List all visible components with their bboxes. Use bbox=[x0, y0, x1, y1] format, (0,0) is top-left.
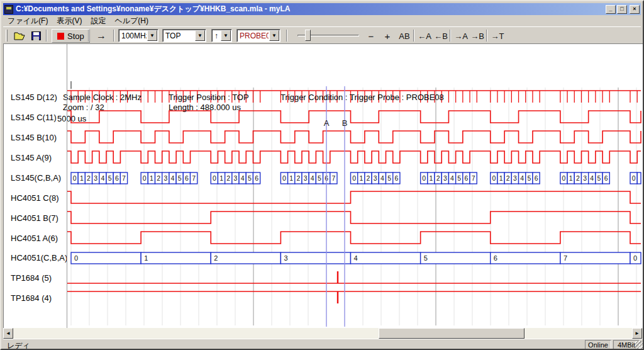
status-online-badge: Online bbox=[585, 340, 611, 349]
trigger-position-info: Trigger Position : TOP bbox=[169, 93, 249, 102]
dropdown-arrow-icon[interactable]: ▼ bbox=[195, 30, 205, 41]
channel-label[interactable]: HC4051 A(6) bbox=[11, 234, 58, 243]
toolbar-separator bbox=[46, 30, 47, 42]
channel-label[interactable]: HC4051(C,B,A) bbox=[11, 253, 67, 262]
stop-square-icon bbox=[57, 33, 64, 40]
minimize-button[interactable]: _ bbox=[606, 5, 616, 14]
bus-value-box bbox=[491, 252, 560, 264]
trigger-position-combobox[interactable]: TOP ▼ bbox=[162, 29, 206, 42]
zoom-ab-button[interactable]: AB bbox=[397, 29, 412, 43]
bus-value-text: 3 bbox=[443, 174, 447, 182]
run-button[interactable]: → bbox=[92, 29, 111, 43]
app-window: C:¥Documents and Settings¥noname¥デスクトップ¥… bbox=[0, 0, 644, 350]
trigger-position-value: TOP bbox=[163, 31, 194, 40]
bus-value-text: 1 bbox=[80, 174, 84, 182]
title-bar[interactable]: C:¥Documents and Settings¥noname¥デスクトップ¥… bbox=[3, 3, 641, 15]
sample-clock-value: 100MHz bbox=[119, 31, 147, 40]
scroll-right-arrow[interactable]: ► bbox=[632, 328, 642, 339]
channel-label[interactable]: TP1684 (5) bbox=[11, 273, 52, 283]
cursor-b-label[interactable]: B bbox=[342, 118, 348, 128]
bus-value-box bbox=[141, 252, 211, 264]
channel-label[interactable]: LS145 D(12) bbox=[11, 93, 57, 102]
sample-clock-combobox[interactable]: 100MHz ▼ bbox=[118, 29, 158, 42]
bus-value-text: 4 bbox=[590, 174, 594, 182]
bus-value-text: 5 bbox=[597, 174, 601, 182]
bus-value-text: 5 bbox=[387, 174, 391, 182]
dropdown-arrow-icon[interactable]: ▼ bbox=[147, 30, 157, 41]
menu-view[interactable]: 表示(V) bbox=[52, 14, 86, 28]
bus-value-text: 0 bbox=[213, 174, 216, 182]
toolbar: Stop → 100MHz ▼ TOP ▼ ↑ ▼ PROBE00 ▼ − + … bbox=[3, 26, 641, 43]
channel-label[interactable]: LS145(C,B,A) bbox=[11, 173, 61, 183]
channel-label[interactable]: TP1684 (4) bbox=[11, 293, 52, 303]
resize-grip[interactable] bbox=[635, 341, 643, 349]
bus-value-text: 0 bbox=[422, 174, 426, 182]
status-bar: レディ Online 4MBit bbox=[3, 339, 643, 349]
bus-value-text: 1 bbox=[150, 174, 153, 182]
bus-value-text: 5 bbox=[318, 174, 321, 182]
bus-value-text: 1 bbox=[144, 254, 148, 262]
waveform-canvas: 0123456701234567012345601234567012345601… bbox=[4, 44, 644, 329]
label-wave-divider bbox=[67, 44, 67, 329]
stop-button[interactable]: Stop bbox=[52, 29, 90, 43]
bus-value-text: 4 bbox=[450, 174, 454, 182]
bus-value-box bbox=[560, 252, 630, 264]
toolbar-separator bbox=[286, 30, 287, 42]
bus-value-text: 5 bbox=[178, 174, 182, 182]
bus-value-text: 6 bbox=[494, 254, 497, 262]
channel-label[interactable]: LS145 A(9) bbox=[11, 153, 52, 162]
channel-label[interactable]: HC4051 C(8) bbox=[11, 193, 59, 203]
scroll-left-arrow[interactable]: ◄ bbox=[3, 328, 13, 339]
bus-value-text: 1 bbox=[359, 174, 363, 182]
cursor-a-label[interactable]: A bbox=[324, 118, 330, 128]
bus-value-text: 3 bbox=[234, 174, 238, 182]
bus-value-text: 2 bbox=[506, 174, 510, 182]
digital-waveform bbox=[67, 232, 641, 244]
trigger-probe-combobox[interactable]: PROBE00 ▼ bbox=[236, 29, 280, 42]
menu-help[interactable]: ヘルプ(H) bbox=[110, 14, 153, 28]
bus-value-text: 4 bbox=[241, 174, 245, 182]
bus-value-text: 0 bbox=[74, 254, 78, 262]
bus-value-text: 0 bbox=[352, 174, 356, 182]
bus-value-text: 1 bbox=[430, 174, 433, 182]
menu-settings[interactable]: 設定 bbox=[86, 14, 110, 28]
open-file-button[interactable] bbox=[13, 29, 26, 43]
scroll-left-to-b-button[interactable]: ←B bbox=[433, 29, 448, 43]
zoom-out-button[interactable]: − bbox=[364, 29, 378, 43]
horizontal-scrollbar[interactable]: ◄ ► bbox=[3, 328, 643, 339]
digital-waveform bbox=[67, 212, 641, 223]
status-ready-text: レディ bbox=[7, 341, 30, 350]
menu-file[interactable]: ファイル(F) bbox=[3, 14, 52, 28]
dropdown-arrow-icon[interactable]: ▼ bbox=[221, 30, 231, 41]
bus-value-text: 0 bbox=[633, 254, 637, 262]
bus-value-text: 4 bbox=[520, 174, 524, 182]
trigger-edge-combobox[interactable]: ↑ ▼ bbox=[211, 29, 232, 42]
bus-value-text: 6 bbox=[115, 174, 119, 182]
zoom-in-button[interactable]: + bbox=[380, 29, 394, 43]
stop-label: Stop bbox=[67, 31, 84, 41]
maximize-button[interactable]: □ bbox=[617, 5, 627, 14]
save-button[interactable] bbox=[30, 29, 42, 43]
sample-clock-info: Sample Clock : 2MHz bbox=[63, 93, 142, 102]
channel-label[interactable]: LS145 C(11) bbox=[11, 113, 57, 122]
waveform-panel: 0123456701234567012345601234567012345601… bbox=[3, 43, 643, 328]
toolbar-separator bbox=[413, 30, 414, 42]
scroll-left-to-a-button[interactable]: ←A bbox=[417, 29, 432, 43]
channel-label[interactable]: HC4051 B(7) bbox=[11, 213, 58, 223]
floppy-disk-icon bbox=[31, 31, 41, 40]
toolbar-grip bbox=[6, 30, 8, 42]
bus-value-text: 7 bbox=[122, 174, 126, 182]
bus-value-text: 7 bbox=[564, 254, 567, 262]
bus-value-text: 1 bbox=[219, 174, 223, 182]
close-button[interactable]: × bbox=[630, 5, 640, 14]
scroll-right-to-b-button[interactable]: →B bbox=[470, 29, 485, 43]
go-to-trigger-button[interactable]: →T bbox=[490, 29, 505, 43]
bus-value-text: 6 bbox=[394, 174, 398, 182]
bus-value-text: 0 bbox=[143, 174, 147, 182]
channel-label[interactable]: LS145 B(10) bbox=[11, 133, 57, 142]
digital-waveform bbox=[67, 131, 641, 143]
dropdown-arrow-icon[interactable]: ▼ bbox=[269, 30, 279, 41]
scroll-right-to-a-button[interactable]: →A bbox=[453, 29, 469, 43]
zoom-slider-handle[interactable] bbox=[305, 30, 311, 41]
scrollbar-thumb[interactable] bbox=[379, 328, 525, 339]
